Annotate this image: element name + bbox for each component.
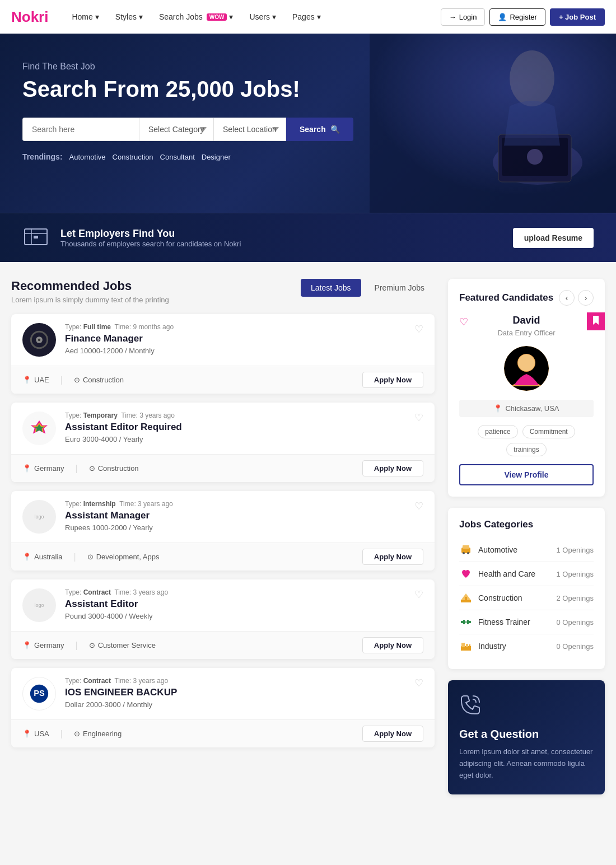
job-meta-1: Type: Full time Time: 9 months ago	[65, 323, 405, 331]
nav-pages[interactable]: Pages ▾	[286, 9, 328, 25]
job-title-2: Assistant Editor Required	[65, 422, 405, 433]
category-left-industry: Industry	[459, 639, 506, 653]
nav-users[interactable]: Users ▾	[242, 9, 283, 25]
svg-point-4	[527, 149, 543, 165]
job-salary-1: Aed 10000-12000 / Monthly	[65, 347, 405, 355]
category-select[interactable]: Select Category	[139, 118, 213, 141]
job-logo-3: logo	[22, 500, 56, 534]
main-content: Recommended Jobs Lorem ipsum is simply d…	[0, 262, 616, 811]
featured-header: Featured Candidates ‹ ›	[459, 290, 594, 306]
tab-premium-jobs[interactable]: Premium Jobs	[365, 279, 435, 297]
featured-badge	[587, 312, 605, 330]
search-button[interactable]: Search 🔍	[286, 118, 353, 141]
question-card: Get a Question Lorem ipsum dolor sit ame…	[448, 680, 605, 794]
trending-tag-construction[interactable]: Construction	[113, 153, 153, 161]
svg-point-23	[518, 354, 535, 371]
job-location-3: 📍 Australia	[22, 553, 63, 561]
trending-tag-designer[interactable]: Designer	[202, 153, 231, 161]
chevron-down-icon: ▾	[229, 12, 233, 21]
heart-icon-3[interactable]: ♡	[414, 500, 423, 512]
svg-rect-28	[461, 600, 471, 602]
heart-icon-5[interactable]: ♡	[414, 677, 423, 689]
right-sidebar: Featured Candidates ‹ › ♡ David Data Ent…	[448, 279, 605, 794]
category-row-construction[interactable]: Construction 2 Openings	[459, 586, 594, 610]
section-subtitle: Lorem ipsum is simply dummy text of the …	[11, 296, 169, 304]
location-pin-icon: 📍	[493, 404, 502, 413]
job-title-4: Assistant Editor	[65, 599, 405, 610]
job-bottom-left-5: 📍 USA | ⊙ Engineering	[22, 729, 122, 739]
apply-button-4[interactable]: Apply Now	[362, 637, 423, 653]
candidate-name: David	[459, 315, 594, 326]
job-card-top-4: logo Type: Contract Time: 3 years ago As…	[11, 579, 435, 631]
heart-icon-2[interactable]: ♡	[414, 412, 423, 424]
job-logo-1	[22, 323, 56, 357]
job-bottom-left-1: 📍 UAE | ⊙ Construction	[22, 375, 124, 385]
category-icon-4: ⊙	[89, 641, 95, 649]
search-icon: 🔍	[330, 125, 340, 134]
category-left-health: Health and Care	[459, 567, 535, 581]
svg-rect-30	[465, 597, 467, 600]
category-row-automotive[interactable]: Automotive 1 Openings	[459, 538, 594, 562]
job-category-1: ⊙ Construction	[74, 376, 124, 384]
candidate-heart-icon[interactable]: ♡	[459, 316, 468, 328]
apply-button-2[interactable]: Apply Now	[362, 460, 423, 476]
trending-tag-automotive[interactable]: Automotive	[69, 153, 106, 161]
register-button[interactable]: 👤 Register	[489, 8, 545, 26]
upload-resume-button[interactable]: upload Resume	[513, 228, 594, 248]
category-openings-automotive: 1 Openings	[557, 546, 594, 554]
job-title-1: Finance Manager	[65, 333, 405, 344]
prev-arrow[interactable]: ‹	[559, 290, 575, 306]
candidate-role: Data Entry Officer	[459, 329, 594, 337]
location-icon-4: 📍	[22, 641, 31, 649]
location-icon-1: 📍	[22, 376, 31, 384]
svg-rect-38	[466, 644, 468, 647]
tab-latest-jobs[interactable]: Latest Jobs	[301, 279, 361, 297]
apply-button-3[interactable]: Apply Now	[362, 549, 423, 565]
automotive-icon	[459, 543, 473, 557]
nav-styles[interactable]: Styles ▾	[109, 9, 150, 25]
employer-subtitle: Thousands of employers search for candid…	[60, 240, 241, 248]
next-arrow[interactable]: ›	[578, 290, 594, 306]
nav-home[interactable]: Home ▾	[65, 9, 105, 25]
location-select[interactable]: Select Location	[213, 118, 286, 141]
question-text: Lorem ipsum dolor sit amet, consectetuer…	[459, 746, 594, 781]
search-input[interactable]	[22, 118, 139, 141]
category-icon-3: ⊙	[87, 553, 94, 561]
apply-button-1[interactable]: Apply Now	[362, 372, 423, 388]
featured-nav-arrows: ‹ ›	[559, 290, 594, 306]
svg-rect-32	[463, 620, 465, 624]
divider-1: |	[60, 375, 63, 385]
job-card-3: logo Type: Internship Time: 3 years ago …	[11, 491, 435, 571]
category-row-fitness[interactable]: Fitness Trainer 0 Openings	[459, 610, 594, 634]
category-row-industry[interactable]: Industry 0 Openings	[459, 634, 594, 658]
site-logo[interactable]: Nokri	[11, 8, 48, 26]
job-category-2: ⊙ Construction	[89, 464, 139, 473]
industry-icon	[459, 639, 473, 653]
chevron-down-icon: ▾	[272, 12, 276, 21]
logo-icon: N	[11, 8, 22, 25]
heart-icon-4[interactable]: ♡	[414, 588, 423, 601]
trending-tag-consultant[interactable]: Consultant	[160, 153, 195, 161]
heart-icon-1[interactable]: ♡	[414, 323, 423, 335]
nav-search-jobs[interactable]: Search Jobs WOW ▾	[152, 9, 240, 25]
category-name-industry: Industry	[478, 642, 506, 651]
job-post-button[interactable]: + Job Post	[550, 8, 605, 26]
category-row-health[interactable]: Health and Care 1 Openings	[459, 562, 594, 586]
logo-text: okri	[22, 8, 49, 25]
job-logo-4: logo	[22, 588, 56, 622]
tag-trainings: trainings	[506, 443, 546, 456]
svg-rect-35	[465, 621, 467, 623]
svg-rect-37	[461, 643, 465, 647]
view-profile-button[interactable]: View Profile	[459, 464, 594, 485]
login-button[interactable]: → Login	[441, 8, 486, 26]
apply-button-5[interactable]: Apply Now	[362, 726, 423, 742]
category-left-fitness: Fitness Trainer	[459, 615, 530, 629]
category-left-construction: Construction	[459, 591, 522, 605]
job-title-5: IOS ENGINEER BACKUP	[65, 687, 405, 698]
job-location-2: 📍 Germany	[22, 464, 64, 473]
job-card-bottom-4: 📍 Germany | ⊙ Customer Service Apply Now	[11, 631, 435, 659]
job-title-3: Assistant Manager	[65, 510, 405, 521]
employer-icon	[22, 225, 49, 251]
svg-text:PS: PS	[34, 689, 45, 698]
job-meta-5: Type: Contract Time: 3 years ago	[65, 677, 405, 685]
